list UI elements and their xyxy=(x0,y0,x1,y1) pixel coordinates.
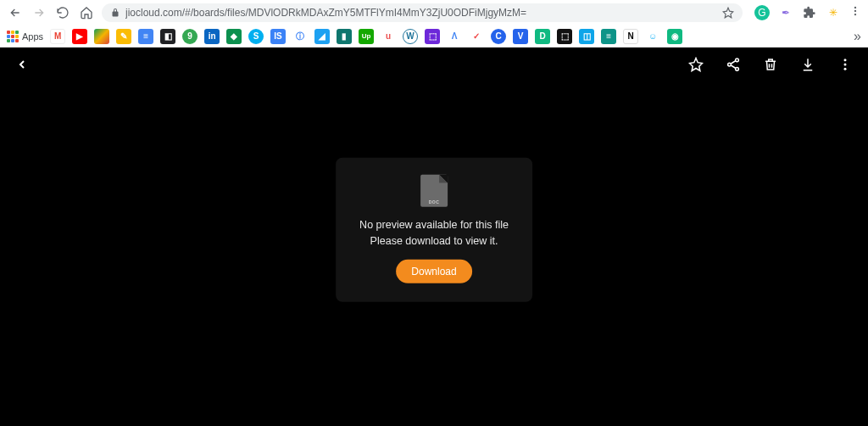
extension-group: G ✒ ✳ xyxy=(749,5,861,20)
bookmark-app-icon[interactable]: V xyxy=(513,29,528,44)
file-type-badge: DOC xyxy=(420,199,448,205)
extensions-puzzle-icon[interactable] xyxy=(802,5,817,20)
viewer-actions xyxy=(688,57,853,76)
bookmark-star-icon[interactable] xyxy=(722,7,734,19)
reload-button[interactable] xyxy=(54,4,71,21)
bookmark-ads-icon[interactable]: Λ xyxy=(447,29,462,44)
bookmarks-overflow-icon[interactable]: » xyxy=(854,29,861,44)
bookmark-keep-icon[interactable]: ✎ xyxy=(116,29,131,44)
bookmark-app-icon[interactable]: ◆ xyxy=(226,29,242,44)
extension-feather-icon[interactable]: ✒ xyxy=(778,5,793,20)
bookmark-skype-icon[interactable]: S xyxy=(248,29,264,44)
more-options-button[interactable] xyxy=(837,57,853,76)
svg-point-2 xyxy=(854,14,856,15)
document-icon: DOC xyxy=(420,175,448,207)
bookmark-linkedin-icon[interactable]: in xyxy=(204,29,220,44)
bookmark-udemy-icon[interactable]: u xyxy=(381,29,396,44)
bookmark-app-icon[interactable]: ▮ xyxy=(337,29,352,44)
no-preview-subtext: Please download to view it. xyxy=(359,233,509,249)
bookmark-app-icon[interactable]: ◉ xyxy=(667,29,682,44)
bookmark-app-icon[interactable]: ◫ xyxy=(579,29,594,44)
svg-point-1 xyxy=(854,10,856,12)
svg-point-8 xyxy=(844,68,847,70)
bookmarks-bar: Apps M ▶ ✎ ≡ ◧ 9 in ◆ S IS ⓘ ◢ ▮ Up u W … xyxy=(0,25,868,48)
bookmark-app-icon[interactable]: 9 xyxy=(182,29,198,44)
bookmark-app-icon[interactable]: IS xyxy=(270,29,286,44)
bookmark-app-icon[interactable]: ⬚ xyxy=(425,29,440,44)
bookmark-drive-icon[interactable] xyxy=(94,29,109,44)
home-button[interactable] xyxy=(78,4,95,21)
extension-bee-icon[interactable]: ✳ xyxy=(826,5,841,20)
bookmark-gmail-icon[interactable]: M xyxy=(50,29,65,44)
svg-point-7 xyxy=(844,64,847,66)
bookmark-app-icon[interactable]: ⬚ xyxy=(557,29,572,44)
bookmark-app-icon[interactable]: ≡ xyxy=(601,29,616,44)
url-text: jiocloud.com/#/boards/files/MDVlODRkMDAx… xyxy=(125,7,717,19)
file-viewer: DOC No preview available for this file P… xyxy=(0,48,868,426)
bookmark-app-icon[interactable]: ⓘ xyxy=(292,29,308,44)
chrome-menu-button[interactable] xyxy=(849,5,861,20)
share-button[interactable] xyxy=(726,57,741,76)
extension-grammarly-icon[interactable]: G xyxy=(754,5,770,20)
download-button[interactable] xyxy=(800,57,815,76)
bookmark-app-icon[interactable]: D xyxy=(535,29,550,44)
favorite-button[interactable] xyxy=(688,57,704,76)
bookmark-docs-icon[interactable]: ≡ xyxy=(138,29,153,44)
back-button[interactable] xyxy=(7,4,24,21)
download-file-button[interactable]: Download xyxy=(396,259,471,283)
apps-shortcut[interactable]: Apps xyxy=(7,31,43,42)
bookmark-app-icon[interactable]: ◧ xyxy=(160,29,175,44)
no-preview-text: No preview available for this file xyxy=(359,217,509,233)
svg-point-6 xyxy=(844,59,847,61)
delete-button[interactable] xyxy=(763,57,778,76)
forward-button[interactable] xyxy=(31,4,47,21)
no-preview-card: DOC No preview available for this file P… xyxy=(336,158,532,302)
address-bar[interactable]: jiocloud.com/#/boards/files/MDVlODRkMDAx… xyxy=(102,3,743,22)
lock-icon xyxy=(110,8,120,18)
bookmark-notion-icon[interactable]: N xyxy=(623,29,638,44)
bookmark-app-icon[interactable]: ◢ xyxy=(314,29,330,44)
bookmark-wordpress-icon[interactable]: W xyxy=(403,29,418,44)
viewer-header xyxy=(0,48,868,85)
viewer-back-button[interactable] xyxy=(15,58,29,75)
bookmark-upwork-icon[interactable]: Up xyxy=(359,29,374,44)
apps-label: Apps xyxy=(22,31,43,42)
svg-point-0 xyxy=(854,7,856,8)
bookmark-app-icon[interactable]: C xyxy=(491,29,506,44)
apps-grid-icon xyxy=(7,31,19,42)
browser-toolbar: jiocloud.com/#/boards/files/MDVlODRkMDAx… xyxy=(0,0,868,25)
bookmark-app-icon[interactable]: ✓ xyxy=(469,29,484,44)
bookmark-app-icon[interactable]: ☺ xyxy=(645,29,660,44)
bookmark-youtube-icon[interactable]: ▶ xyxy=(72,29,87,44)
